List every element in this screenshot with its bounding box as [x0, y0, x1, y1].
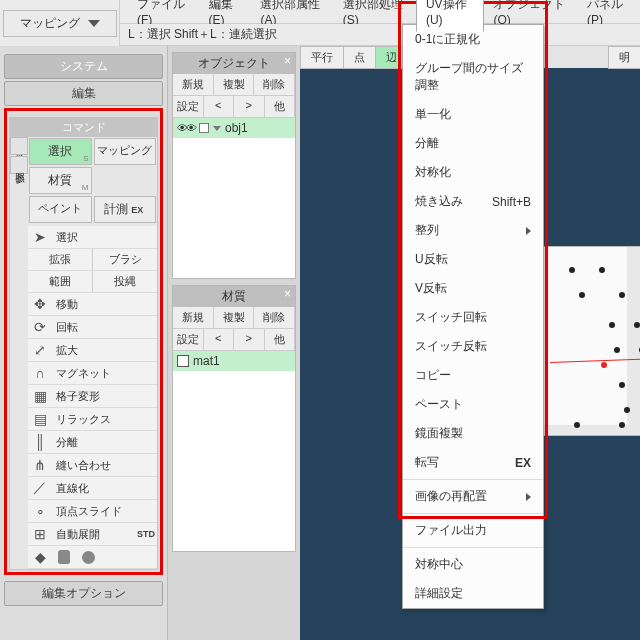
obj-next[interactable]: > — [234, 96, 265, 117]
mi-vflip[interactable]: V反転 — [403, 274, 543, 303]
mi-paste[interactable]: ペースト — [403, 390, 543, 419]
cylinder-icon[interactable] — [52, 546, 76, 568]
tool-lasso[interactable]: 投縄 — [93, 271, 157, 292]
sphere-icon[interactable] — [76, 546, 100, 568]
mi-switch-rot[interactable]: スイッチ回転 — [403, 303, 543, 332]
mat-del[interactable]: 削除 — [254, 307, 295, 328]
tool-line[interactable]: 直線化 — [52, 478, 157, 499]
close-icon[interactable]: × — [284, 54, 291, 68]
submenu-arrow-icon — [526, 493, 531, 501]
tool-magnet[interactable]: マグネット — [52, 363, 157, 384]
tool-select[interactable]: 選択 — [52, 227, 157, 248]
left-column: システム 編集 コマンド 編集 参照 選択S マッピング 材質M — [0, 46, 168, 640]
mi-copy[interactable]: コピー — [403, 361, 543, 390]
swatch-icon — [177, 355, 189, 367]
obj-set[interactable]: 設定 — [173, 96, 204, 117]
ex-badge: EX — [515, 456, 531, 470]
mi-uflip[interactable]: U反転 — [403, 245, 543, 274]
mode-vertex[interactable]: 点 — [343, 46, 376, 69]
mid-column: オブジェクト× 新規 複製 削除 設定 < > 他 👁👁 obj1 材質× 新規… — [168, 46, 300, 640]
mat-new[interactable]: 新規 — [173, 307, 214, 328]
obj-prev[interactable]: < — [204, 96, 235, 117]
vertical-tabs: 編集 参照 — [10, 137, 28, 569]
mode-bright[interactable]: 明 — [608, 46, 640, 69]
mat-set[interactable]: 設定 — [173, 329, 204, 350]
tool-move[interactable]: 移動 — [52, 294, 157, 315]
mi-symmetrize[interactable]: 対称化 — [403, 158, 543, 187]
tool-split[interactable]: 分離 — [52, 432, 157, 453]
obj-other[interactable]: 他 — [265, 96, 296, 117]
auto-icon: ⊞ — [28, 523, 52, 545]
split-icon: ║ — [28, 431, 52, 453]
tool-list: ➤選択 拡張ブラシ 範囲投縄 ✥移動 ⟳回転 ⤢拡大 ∩マグネット ▦格子変形 … — [28, 226, 157, 569]
menu-uv[interactable]: UV操作(U) — [416, 0, 484, 32]
vtab-ref[interactable]: 参照 — [10, 156, 28, 174]
tool-rotate[interactable]: 回転 — [52, 317, 157, 338]
cmd-mapping[interactable]: マッピング — [94, 138, 157, 165]
mode-selector-area: マッピング — [0, 0, 120, 46]
tool-lattice[interactable]: 格子変形 — [52, 386, 157, 407]
hint-bar: L：選択 Shift＋L：連続選択 — [120, 24, 640, 46]
command-section: コマンド 編集 参照 選択S マッピング 材質M ペイント — [9, 117, 158, 570]
command-body: 選択S マッピング 材質M ペイント 計測 EX ➤選択 拡張ブラシ 範 — [28, 137, 157, 569]
line-icon: ／ — [28, 477, 52, 499]
material-row[interactable]: mat1 — [173, 351, 295, 371]
plane-icon[interactable]: ◆ — [28, 546, 52, 568]
tool-expand[interactable]: 拡張 — [28, 249, 93, 270]
object-panel-title: オブジェクト× — [173, 53, 295, 74]
rotate-icon: ⟳ — [28, 316, 52, 338]
close-icon[interactable]: × — [284, 287, 291, 301]
mode-parallel[interactable]: 平行 — [300, 46, 344, 69]
mi-advanced[interactable]: 詳細設定 — [403, 579, 543, 608]
expand-icon[interactable] — [213, 126, 221, 131]
mi-sym-center[interactable]: 対称中心 — [403, 550, 543, 579]
mat-prev[interactable]: < — [204, 329, 235, 350]
tool-vslide[interactable]: 頂点スライド — [52, 501, 157, 522]
pointer-icon: ➤ — [28, 226, 52, 248]
edit-options-button[interactable]: 編集オプション — [4, 581, 163, 606]
mat-other[interactable]: 他 — [265, 329, 296, 350]
shortcut-label: Shift+B — [492, 195, 531, 209]
system-button[interactable]: システム — [4, 54, 163, 79]
eye-icon[interactable]: 👁👁 — [177, 122, 195, 134]
mi-file-out[interactable]: ファイル出力 — [403, 516, 543, 545]
checkbox-icon[interactable] — [199, 123, 209, 133]
scale-icon: ⤢ — [28, 339, 52, 361]
tool-relax[interactable]: リラックス — [52, 409, 157, 430]
tool-range[interactable]: 範囲 — [28, 271, 93, 292]
cmd-select[interactable]: 選択S — [29, 138, 92, 165]
mi-rearrange[interactable]: 画像の再配置 — [403, 482, 543, 511]
mode-dropdown[interactable]: マッピング — [3, 10, 117, 37]
sew-icon: ⋔ — [28, 454, 52, 476]
mi-align[interactable]: 整列 — [403, 216, 543, 245]
mi-switch-flip[interactable]: スイッチ反転 — [403, 332, 543, 361]
mat-next[interactable]: > — [234, 329, 265, 350]
object-panel: オブジェクト× 新規 複製 削除 設定 < > 他 👁👁 obj1 — [172, 52, 296, 279]
cmd-paint[interactable]: ペイント — [29, 196, 92, 223]
mi-group-size[interactable]: グループ間のサイズ調整 — [403, 54, 543, 100]
relax-icon: ▤ — [28, 408, 52, 430]
mat-dup[interactable]: 複製 — [214, 307, 255, 328]
object-row[interactable]: 👁👁 obj1 — [173, 118, 295, 138]
chevron-down-icon — [88, 20, 100, 27]
mode-label: マッピング — [20, 15, 80, 32]
vtab-edit[interactable]: 編集 — [10, 137, 28, 155]
obj-new[interactable]: 新規 — [173, 74, 214, 95]
command-header: コマンド — [10, 118, 157, 137]
edit-button[interactable]: 編集 — [4, 81, 163, 106]
tool-brush[interactable]: ブラシ — [93, 249, 157, 270]
cmd-material[interactable]: 材質M — [29, 167, 92, 194]
menu-bar: ファイル(F) 編集(E) 選択部属性(A) 選択部処理(S) UV操作(U) … — [120, 0, 640, 24]
mi-bake[interactable]: 焼き込みShift+B — [403, 187, 543, 216]
obj-dup[interactable]: 複製 — [214, 74, 255, 95]
object-name: obj1 — [225, 121, 248, 135]
tool-auto: 自動展開 — [52, 524, 137, 545]
mi-mirror-dup[interactable]: 鏡面複製 — [403, 419, 543, 448]
tool-sew[interactable]: 縫い合わせ — [52, 455, 157, 476]
mi-unify[interactable]: 単一化 — [403, 100, 543, 129]
obj-del[interactable]: 削除 — [254, 74, 295, 95]
mi-separate[interactable]: 分離 — [403, 129, 543, 158]
tool-scale[interactable]: 拡大 — [52, 340, 157, 361]
cmd-measure[interactable]: 計測 EX — [94, 196, 157, 223]
std-badge: STD — [137, 529, 157, 539]
